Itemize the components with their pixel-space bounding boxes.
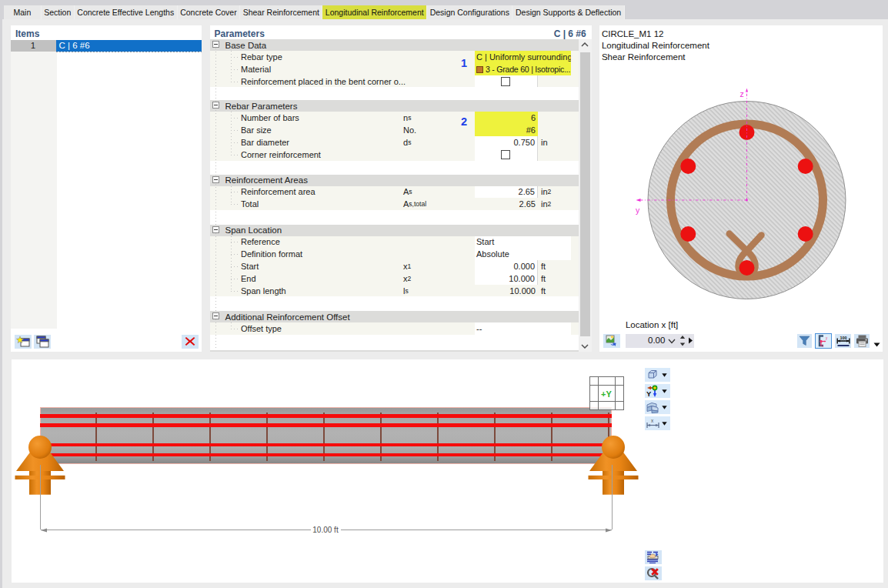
svg-text:y: y — [826, 336, 828, 340]
svg-text:100: 100 — [840, 335, 846, 339]
svg-text:z: z — [739, 90, 743, 99]
svg-text:+Y: +Y — [601, 389, 612, 399]
svg-text:y: y — [636, 206, 640, 215]
svg-text:x: x — [651, 418, 654, 423]
svg-text:x: x — [823, 344, 825, 347]
svg-text:Y: Y — [646, 389, 652, 398]
